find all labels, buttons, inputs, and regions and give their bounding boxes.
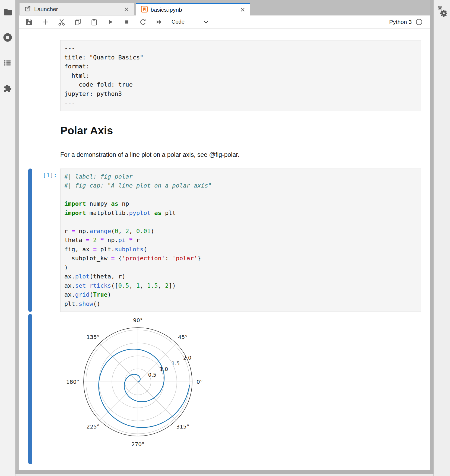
polar-plot-figure: 0°45°90°135°180°225°270°315°0.51.01.52.0: [60, 314, 234, 463]
paste-cell-button[interactable]: [90, 18, 98, 26]
running-kernels-icon: [2, 32, 13, 44]
raw-cell-editor[interactable]: ---title: "Quarto Basics"format: html: c…: [60, 40, 421, 111]
cell-prompt: [32, 40, 60, 111]
output-collapser[interactable]: [28, 314, 32, 464]
table-of-contents-tab[interactable]: [0, 55, 15, 72]
code-cell-editor[interactable]: #| label: fig-polar#| fig-cap: "A line p…: [60, 169, 421, 312]
markdown-cell: Polar Axis For a demonstration of a line…: [28, 124, 421, 159]
svg-text:0.5: 0.5: [148, 372, 156, 378]
svg-text:180°: 180°: [66, 379, 79, 385]
code-cell: [1]: #| label: fig-polar#| fig-cap: "A l…: [28, 169, 421, 312]
cell-collapser[interactable]: [28, 124, 32, 159]
svg-text:225°: 225°: [86, 423, 99, 430]
cell-prompt: [32, 124, 60, 159]
kernel-name[interactable]: Python 3: [389, 19, 412, 25]
svg-text:0°: 0°: [197, 379, 203, 385]
tab-launcher[interactable]: Launcher: [19, 3, 134, 15]
output-area: 0°45°90°135°180°225°270°315°0.51.01.52.0: [60, 314, 421, 464]
running-kernels-tab[interactable]: [0, 29, 15, 47]
chevron-down-icon[interactable]: [204, 20, 208, 24]
svg-text:1.5: 1.5: [172, 360, 180, 366]
svg-text:45°: 45°: [178, 334, 188, 340]
run-all-button[interactable]: [155, 18, 163, 26]
file-browser-tab[interactable]: [0, 4, 15, 21]
svg-text:315°: 315°: [176, 423, 189, 430]
bottom-edge-band: [15, 474, 433, 476]
run-button[interactable]: [106, 18, 115, 26]
output-prompt: [32, 314, 60, 464]
svg-text:1.0: 1.0: [160, 366, 168, 372]
svg-text:135°: 135°: [86, 334, 99, 340]
right-sidebar: [433, 0, 450, 476]
tab-basics-ipynb[interactable]: basics.ipynb: [136, 3, 250, 15]
settings-gears-icon[interactable]: [436, 4, 450, 20]
markdown-rendered[interactable]: Polar Axis For a demonstration of a line…: [60, 124, 421, 159]
svg-text:90°: 90°: [133, 317, 142, 323]
svg-text:270°: 270°: [131, 441, 144, 448]
input-collapser[interactable]: [28, 169, 32, 312]
close-icon[interactable]: [240, 7, 245, 12]
folder-icon: [3, 7, 12, 18]
panel-right-divider: [430, 0, 433, 476]
stop-button[interactable]: [123, 18, 131, 26]
left-sidebar: [0, 0, 15, 476]
extensions-tab[interactable]: [0, 80, 15, 98]
section-heading: Polar Axis: [60, 124, 421, 137]
notebook-content: ---title: "Quarto Basics"format: html: c…: [19, 29, 430, 470]
section-paragraph: For a demonstration of a line plot on a …: [60, 151, 421, 159]
execution-count-prompt: [1]:: [32, 169, 60, 312]
table-of-contents-icon: [3, 58, 12, 69]
tab-label: basics.ipynb: [151, 7, 182, 13]
save-button[interactable]: [25, 18, 33, 26]
output-cell: 0°45°90°135°180°225°270°315°0.51.01.52.0: [28, 314, 421, 464]
launcher-icon: [24, 5, 31, 13]
add-cell-button[interactable]: [41, 18, 49, 26]
cell-type-dropdown[interactable]: Code: [172, 19, 185, 25]
close-icon[interactable]: [124, 7, 129, 12]
restart-kernel-button[interactable]: [139, 18, 147, 26]
notebook-panel: Code Python 3 ---title: "Quarto Basics"f…: [19, 15, 430, 470]
notebook-toolbar: Code Python 3: [19, 15, 430, 28]
cell-collapser[interactable]: [28, 40, 32, 111]
notebook-icon: [141, 5, 148, 14]
bottom-status-band: [15, 470, 433, 474]
kernel-status-idle-circle-icon[interactable]: [416, 18, 423, 26]
tab-label: Launcher: [34, 6, 58, 12]
svg-text:2.0: 2.0: [183, 355, 191, 361]
cut-cell-button[interactable]: [58, 18, 66, 26]
copy-cell-button[interactable]: [74, 18, 82, 26]
extensions-puzzle-icon: [3, 84, 12, 94]
raw-cell: ---title: "Quarto Basics"format: html: c…: [28, 40, 421, 111]
